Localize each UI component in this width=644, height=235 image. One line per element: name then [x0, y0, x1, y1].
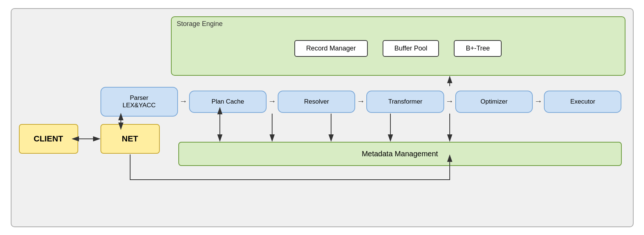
arrow-3: →	[355, 97, 366, 106]
storage-boxes-row: Record Manager Buffer Pool B+-Tree	[172, 30, 625, 67]
client-box: CLIENT	[19, 124, 78, 154]
net-box: NET	[100, 124, 160, 154]
parser-box: Parser LEX&YACC	[100, 87, 178, 117]
arrow-5: →	[533, 97, 544, 106]
diagram-container: Storage Engine Record Manager Buffer Poo…	[11, 8, 634, 227]
storage-engine-box: Storage Engine Record Manager Buffer Poo…	[171, 16, 625, 76]
resolver-box: Resolver	[278, 91, 355, 113]
executor-box: Executor	[544, 91, 621, 113]
metadata-box: Metadata Management	[178, 142, 622, 166]
storage-engine-label: Storage Engine	[177, 20, 223, 28]
arrow-4: →	[444, 97, 455, 106]
arrow-1: →	[178, 97, 189, 106]
transformer-box: Transformer	[366, 91, 444, 113]
record-manager-box: Record Manager	[294, 40, 368, 57]
pipeline-row: Parser LEX&YACC → Plan Cache → Resolver …	[100, 87, 622, 117]
buffer-pool-box: Buffer Pool	[383, 40, 439, 57]
bplus-tree-box: B+-Tree	[454, 40, 502, 57]
optimizer-box: Optimizer	[455, 91, 533, 113]
plan-cache-box: Plan Cache	[189, 91, 267, 113]
arrow-2: →	[267, 97, 278, 106]
